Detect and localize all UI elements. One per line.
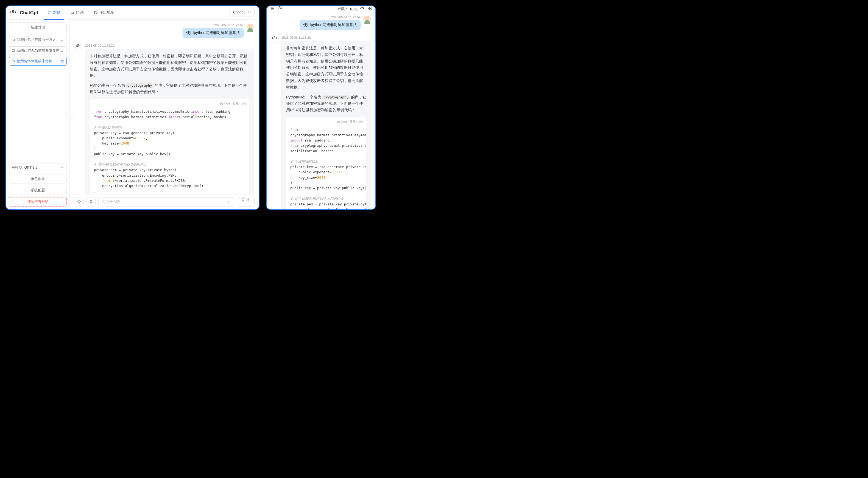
user-message-time: 2023-05-09 11:22:59 xyxy=(214,24,244,27)
message-input[interactable]: 问点什么吧... xyxy=(98,197,234,206)
user-message-row: 2023-05-09 11:22:59 使用python完成非对称加密算法 xyxy=(271,15,371,30)
composer: 问点什么吧... 发 送 xyxy=(70,194,259,209)
chat-icon xyxy=(48,10,52,14)
chevron-down-icon xyxy=(60,166,64,169)
history-item-label: 我想让你充当前端开发专家。我将... xyxy=(17,48,64,53)
balance-value: 5.00004 xyxy=(232,11,246,15)
user-message-bubble: 使用python完成非对称加密算法 xyxy=(300,20,361,30)
chat-icon xyxy=(11,49,15,53)
chevron-left-icon xyxy=(68,113,71,116)
tab-repo[interactable]: 项目地址 xyxy=(90,6,118,20)
menu-icon[interactable] xyxy=(270,6,275,12)
assistant-message-row: 2023-05-09 11:23:20 非对称加密算法是一种加密方式，它使用一对… xyxy=(271,35,371,210)
assistant-message-bubble: 非对称加密算法是一种加密方式，它使用一对密钥，即公钥和私钥，其中公钥可以公开，私… xyxy=(281,41,371,210)
user-avatar xyxy=(363,15,371,23)
balance-value: 10.36 xyxy=(349,7,358,11)
brand-logo-icon xyxy=(10,10,17,16)
role-button[interactable] xyxy=(86,197,96,206)
code-block: python 复制代码 from cryptography.hazmat.pri… xyxy=(286,117,366,210)
balance-chip[interactable]: 5.00004 xyxy=(229,9,254,16)
balance-chip[interactable]: 余额： 10.36 xyxy=(338,7,364,11)
chat-icon xyxy=(11,38,15,42)
code-body: from cryptography.hazmat.primitives.asym… xyxy=(286,126,366,210)
assistant-message-bubble: 非对称加密算法是一种加密方式，它使用一对密钥，即公钥和私钥，其中公钥可以公开，私… xyxy=(85,49,254,194)
user-message-bubble: 使用python完成非对称加密算法 xyxy=(183,28,244,38)
role-preset-button[interactable]: 角色预设 xyxy=(9,174,67,183)
balance-label: 余额： xyxy=(338,7,348,11)
model-select[interactable]: AI模型: GPT-3.5 xyxy=(9,163,67,172)
refresh-icon[interactable] xyxy=(360,7,364,11)
assistant-paragraph: 非对称加密算法是一种加密方式，它使用一对密钥，即公钥和私钥，其中公钥可以公开，私… xyxy=(286,45,366,91)
send-plane-icon xyxy=(226,200,231,204)
code-block: python 复制代码 from cryptography.hazmat.pri… xyxy=(90,99,249,194)
mobile-window: 余额： 10.36 2023-05-09 11:22:59 使用python完成… xyxy=(266,5,376,210)
sidebar-collapse-handle[interactable] xyxy=(66,112,72,118)
desktop-window: ChatGpt 对话 绘画 项目地址 5.00004 新建对话 我想让你担任歌曲… xyxy=(5,5,259,210)
tab-chat[interactable]: 对话 xyxy=(44,6,64,20)
model-select-label: AI模型: GPT-3.5 xyxy=(12,165,38,170)
code-lang-label: python xyxy=(337,119,347,124)
image-icon xyxy=(70,10,75,14)
copy-code-button[interactable]: 复制代码 xyxy=(232,101,246,106)
mobile-top-bar: 余额： 10.36 xyxy=(267,6,375,12)
inline-code: cryptography xyxy=(126,83,153,88)
user-message-time: 2023-05-09 11:22:59 xyxy=(331,15,361,19)
export-button[interactable] xyxy=(74,197,84,206)
assistant-paragraph: Python中有一个名为 cryptography 的库，它提供了非对称加密算法… xyxy=(286,94,366,113)
code-body: from cryptography.hazmat.primitives.asym… xyxy=(90,108,249,194)
top-bar: ChatGpt 对话 绘画 项目地址 5.00004 xyxy=(6,6,259,20)
user-message-row: 2023-05-09 11:22:59 使用python完成非对称加密算法 xyxy=(75,24,254,38)
brand-name: ChatGpt xyxy=(20,10,38,15)
history-item-0[interactable]: 我想让你担任歌曲推荐人。我将为... xyxy=(9,36,67,44)
copy-code-button[interactable]: 复制代码 xyxy=(349,119,363,124)
trash-icon[interactable] xyxy=(61,60,64,63)
assistant-message-time: 2023-05-09 11:23:20 xyxy=(281,36,311,39)
message-input-placeholder: 问点什么吧... xyxy=(102,199,123,204)
assistant-avatar xyxy=(271,35,279,42)
assistant-message-time: 2023-05-09 11:23:20 xyxy=(85,44,115,47)
assistant-message-row: 2023-05-09 11:23:20 非对称加密算法是一种加密方式，它使用一对… xyxy=(75,43,254,194)
refresh-icon[interactable] xyxy=(248,10,251,15)
tab-chat-label: 对话 xyxy=(53,10,61,15)
assistant-paragraph: 非对称加密算法是一种加密方式，它使用一对密钥，即公钥和私钥，其中公钥可以公开，私… xyxy=(90,53,249,79)
brand-logo-icon xyxy=(278,6,283,12)
history-item-2[interactable]: 使用python完成非对称加密算法 xyxy=(9,57,67,66)
history-item-label: 使用python完成非对称加密算法 xyxy=(17,59,59,64)
tab-draw[interactable]: 绘画 xyxy=(67,6,87,20)
history-item-label: 我想让你担任歌曲推荐人。我将为... xyxy=(17,38,64,42)
assistant-paragraph: Python中有一个名为 cryptography 的库，它提供了非对称加密算法… xyxy=(90,82,249,96)
chat-area: 2023-05-09 11:22:59 使用python完成非对称加密算法 20… xyxy=(70,20,259,209)
github-icon xyxy=(94,10,98,14)
message-scroll[interactable]: 2023-05-09 11:22:59 使用python完成非对称加密算法 20… xyxy=(70,20,259,194)
inline-code: cryptography xyxy=(322,95,349,100)
user-avatar xyxy=(246,24,254,31)
assistant-avatar xyxy=(75,43,82,50)
tab-draw-label: 绘画 xyxy=(76,10,84,15)
tab-repo-label: 项目地址 xyxy=(99,10,115,15)
code-lang-label: python xyxy=(220,101,230,106)
message-scroll[interactable]: 2023-05-09 11:22:59 使用python完成非对称加密算法 20… xyxy=(267,12,375,210)
send-button[interactable]: 发 送 xyxy=(237,197,254,206)
history-item-1[interactable]: 我想让你充当前端开发专家。我将... xyxy=(9,46,67,55)
clear-all-button[interactable]: 清除所有对话 xyxy=(9,197,67,206)
new-chat-button[interactable]: 新建对话 xyxy=(9,23,67,32)
system-config-button[interactable]: 系统配置 xyxy=(9,186,67,195)
sidebar: 新建对话 我想让你担任歌曲推荐人。我将为... 我想让你充当前端开发专家。我将.… xyxy=(6,20,70,209)
chat-icon xyxy=(11,60,15,63)
apps-grid-icon[interactable] xyxy=(367,6,372,12)
